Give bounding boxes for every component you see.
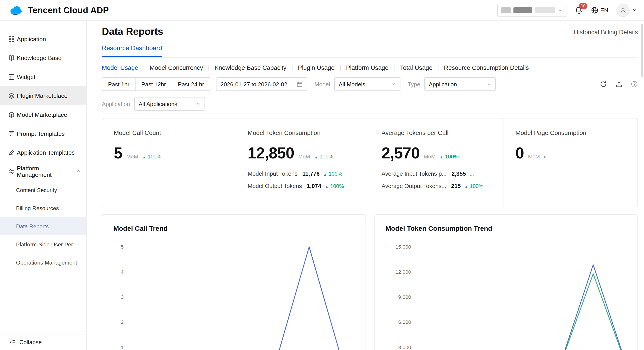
stat-sub-row: Model Output Tokens 1,074 ▲100%	[248, 183, 363, 189]
historical-billing-details-link[interactable]: Historical Billing Details	[574, 28, 638, 35]
sidebar-item-plugin-marketplace[interactable]: Plugin Marketplace	[0, 86, 86, 105]
redacted-block	[513, 7, 532, 13]
sidebar-item-label: Knowledge Base	[17, 55, 62, 61]
calendar-icon	[296, 81, 302, 87]
collapse-label: Collapse	[19, 339, 42, 345]
date-range-value: 2026-01-27 to 2026-02-02	[220, 81, 287, 87]
sidebar-collapse-button[interactable]: Collapse	[0, 334, 86, 350]
globe-icon	[591, 6, 598, 14]
sub-item-label: Operations Management	[16, 259, 77, 266]
sidebar-item-operations-management[interactable]: Operations Management	[0, 253, 86, 271]
date-range-picker[interactable]: 2026-01-27 to 2026-02-02	[216, 77, 307, 91]
svg-text:6,000: 6,000	[398, 319, 411, 325]
time-range-group: Past 1hr Past 12hr Past 24 hr	[102, 77, 210, 91]
model-filter-label: Model	[314, 81, 330, 87]
stat-model-call-count: Model Call Count 5 MoM ▲100%	[102, 118, 236, 207]
separator: |	[393, 64, 395, 71]
svg-text:2: 2	[121, 319, 124, 325]
stat-value: 0	[516, 144, 524, 162]
notification-badge: 10	[579, 3, 588, 9]
svg-text:12,000: 12,000	[395, 269, 411, 275]
stat-sub-row: Average Input Tokens p... 2,355 ...	[382, 170, 497, 177]
collapse-icon	[9, 339, 16, 345]
toolbar	[600, 80, 638, 88]
type-filter-label: Type	[408, 81, 420, 87]
sidebar-item-content-security[interactable]: Content Security	[0, 181, 86, 199]
export-button[interactable]	[615, 80, 622, 88]
chevron-down-icon	[391, 81, 396, 87]
help-icon[interactable]	[631, 81, 638, 88]
sidebar-item-model-marketplace[interactable]: Model Marketplace	[0, 105, 86, 124]
language-label: EN	[600, 7, 608, 13]
type-select-value: Application	[429, 81, 457, 87]
stats-card: Model Call Count 5 MoM ▲100% Model Token…	[102, 118, 638, 208]
stat-value: 12,850	[248, 144, 294, 162]
notifications-button[interactable]: 10	[574, 6, 583, 14]
sidebar-item-data-reports[interactable]: Data Reports	[0, 217, 86, 235]
sidebar-item-application-templates[interactable]: Application Templates	[0, 143, 86, 162]
model-select[interactable]: All Models	[334, 77, 400, 91]
book-icon	[8, 55, 15, 61]
past-24hr-button[interactable]: Past 24 hr	[172, 77, 210, 91]
sub-item-label: Platform-Side User Per...	[16, 241, 77, 248]
subtab-plugin-usage[interactable]: Plugin Usage	[298, 64, 334, 71]
subtab-total-usage[interactable]: Total Usage	[400, 64, 432, 71]
type-select[interactable]: Application	[424, 77, 496, 91]
past-12hr-button[interactable]: Past 12hr	[135, 77, 172, 91]
sidebar-item-widget[interactable]: Widget	[0, 67, 86, 86]
subtab-resource-consumption-details[interactable]: Resource Consumption Details	[444, 64, 529, 71]
stat-model-page-consumption: Model Page Consumption 0 MoM ▪-	[504, 118, 637, 207]
svg-text:5: 5	[121, 244, 124, 250]
widget-icon	[8, 74, 15, 80]
sub-item-label: Content Security	[16, 187, 57, 193]
stat-title: Model Page Consumption	[516, 129, 631, 136]
svg-text:1: 1	[121, 344, 124, 350]
chart-title: Model Call Trend	[102, 225, 365, 233]
language-switcher[interactable]: EN	[591, 6, 608, 14]
stat-value: 5	[114, 144, 122, 162]
subtab-model-concurrency[interactable]: Model Concurrency	[150, 64, 203, 71]
mom-change: ▪-	[544, 153, 549, 160]
subtab-knowledge-base-capacity[interactable]: Knowledge Base Capacity	[214, 64, 286, 71]
sidebar-item-label: Plugin Marketplace	[17, 93, 68, 99]
svg-text:15,000: 15,000	[395, 244, 411, 250]
brand: Tencent Cloud ADP	[9, 5, 109, 15]
sub-item-label: Billing Resources	[16, 205, 59, 211]
charts-row: Model Call Trend 543210 Model Token Cons…	[102, 214, 638, 350]
main-content: Data Reports Historical Billing Details …	[87, 21, 644, 350]
subtab-platform-usage[interactable]: Platform Usage	[346, 64, 388, 71]
sidebar-item-prompt-templates[interactable]: Prompt Templates	[0, 124, 86, 143]
separator: |	[143, 64, 144, 71]
trend-up-icon: ▲	[142, 155, 146, 159]
past-1hr-button[interactable]: Past 1hr	[102, 77, 136, 91]
sidebar-item-label: Prompt Templates	[17, 130, 64, 137]
sidebar-item-application[interactable]: Application	[0, 30, 86, 49]
pen-icon	[8, 149, 15, 156]
sidebar-item-knowledge-base[interactable]: Knowledge Base	[0, 49, 86, 68]
tab-resource-dashboard[interactable]: Resource Dashboard	[102, 45, 162, 57]
redacted-block	[501, 7, 511, 13]
sidebar-item-billing-resources[interactable]: Billing Resources	[0, 199, 86, 217]
model-call-trend-chart: 543210	[102, 242, 366, 350]
separator: |	[340, 64, 341, 71]
trend-flat-icon: ▪	[544, 154, 546, 159]
chart-title: Model Token Consumption Trend	[374, 225, 637, 233]
stat-title: Average Tokens per Call	[382, 129, 497, 136]
stat-model-token-consumption: Model Token Consumption 12,850 MoM ▲100%…	[236, 118, 370, 207]
stat-average-tokens-per-call: Average Tokens per Call 2,570 MoM ▲100% …	[370, 118, 504, 207]
mom-label: MoM	[298, 153, 310, 160]
sidebar-item-platform-side-user-permissions[interactable]: Platform-Side User Per...	[0, 235, 86, 253]
refresh-button[interactable]	[600, 80, 607, 88]
application-select[interactable]: All Applications	[134, 97, 205, 111]
mom-label: MoM	[528, 153, 540, 160]
subtab-model-usage[interactable]: Model Usage	[102, 64, 138, 71]
model-call-trend-card: Model Call Trend 543210	[102, 214, 366, 350]
stat-title: Model Call Count	[114, 129, 229, 136]
mom-label: MoM	[424, 153, 436, 160]
scrollbar[interactable]	[641, 24, 643, 77]
sidebar: Application Knowledge Base Widget	[0, 21, 87, 350]
model-token-consumption-trend-chart: 15,00012,0009,0006,0003,0000	[374, 242, 638, 350]
workspace-select[interactable]	[497, 4, 566, 17]
user-menu[interactable]	[616, 4, 637, 17]
sidebar-item-platform-management[interactable]: Platform Management	[0, 162, 86, 181]
